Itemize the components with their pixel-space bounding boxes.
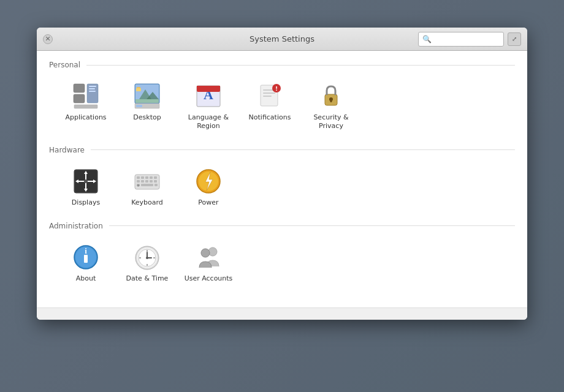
language-region-label: Language & Region: [184, 113, 233, 131]
about-icon: i: [71, 243, 101, 272]
section-hardware-header: Hardware: [49, 146, 515, 154]
svg-rect-47: [150, 180, 153, 183]
svg-rect-23: [263, 96, 272, 97]
svg-rect-15: [136, 88, 141, 91]
svg-rect-42: [150, 176, 153, 179]
modal-overlay: ✕ System Settings 🔍 ⤢ Personal: [0, 0, 564, 392]
svg-text:i: i: [85, 246, 87, 255]
section-hardware: Hardware: [49, 146, 515, 212]
section-line: [86, 65, 515, 66]
svg-rect-22: [263, 92, 275, 94]
section-personal-title: Personal: [49, 61, 80, 69]
svg-rect-11: [135, 99, 159, 103]
applications-label: Applications: [65, 113, 106, 122]
date-time-icon: [132, 243, 162, 272]
expand-icon: ⤢: [512, 36, 517, 42]
user-accounts-item[interactable]: User Accounts: [178, 238, 239, 288]
settings-window: ✕ System Settings 🔍 ⤢ Personal: [37, 28, 527, 320]
search-icon: 🔍: [422, 35, 432, 43]
about-label: About: [76, 274, 96, 283]
svg-rect-28: [330, 99, 332, 102]
section-admin-line: [109, 225, 515, 226]
applications-icon: [71, 81, 101, 111]
security-privacy-label: Security & Privacy: [307, 113, 356, 131]
keyboard-icon: @: [132, 167, 162, 196]
about-item[interactable]: i About: [55, 238, 116, 288]
date-time-label: Date & Time: [126, 274, 169, 283]
desktop-label: Desktop: [133, 113, 161, 122]
svg-rect-4: [89, 86, 96, 87]
svg-rect-51: [141, 184, 153, 186]
power-label: Power: [198, 198, 218, 207]
administration-grid: i About: [49, 238, 515, 288]
power-item[interactable]: Power: [178, 162, 239, 212]
keyboard-label: Keyboard: [131, 198, 163, 207]
svg-rect-6: [89, 91, 96, 92]
displays-label: Displays: [72, 198, 100, 207]
user-accounts-icon: [194, 243, 223, 272]
svg-rect-13: [136, 105, 142, 107]
svg-point-72: [201, 249, 210, 257]
svg-rect-43: [154, 176, 157, 179]
svg-rect-48: [154, 180, 157, 183]
search-input[interactable]: [434, 35, 500, 43]
svg-rect-19: [197, 86, 220, 89]
svg-rect-1: [74, 94, 85, 103]
bottom-bar: [37, 307, 527, 320]
displays-item[interactable]: Displays: [55, 162, 116, 212]
language-region-icon: A: [194, 81, 223, 111]
power-icon: [194, 167, 223, 196]
security-privacy-item[interactable]: Security & Privacy: [300, 77, 362, 136]
search-box[interactable]: 🔍: [418, 32, 504, 47]
date-time-item[interactable]: Date & Time: [116, 238, 178, 288]
window-title: System Settings: [250, 34, 314, 43]
desktop-item[interactable]: Desktop: [116, 77, 178, 136]
title-bar: ✕ System Settings 🔍 ⤢: [37, 28, 527, 51]
svg-text:!: !: [275, 86, 278, 92]
svg-rect-52: [154, 184, 158, 186]
svg-text:@: @: [137, 184, 140, 187]
svg-point-70: [146, 257, 148, 259]
language-region-item[interactable]: A Language & Region: [178, 77, 239, 136]
displays-icon: [71, 167, 101, 196]
user-accounts-label: User Accounts: [185, 274, 233, 283]
keyboard-item[interactable]: @ Keyboard: [116, 162, 178, 212]
section-personal-header: Personal: [49, 61, 515, 69]
svg-rect-40: [141, 176, 144, 179]
svg-rect-5: [89, 88, 95, 89]
svg-rect-45: [141, 180, 144, 183]
security-privacy-icon: [316, 81, 346, 111]
title-bar-right: 🔍 ⤢: [418, 32, 521, 47]
hardware-grid: Displays: [49, 162, 515, 212]
section-administration-title: Administration: [49, 222, 103, 230]
section-administration: Administration i: [49, 222, 515, 288]
svg-rect-41: [145, 176, 148, 179]
svg-point-37: [84, 179, 88, 183]
svg-rect-39: [137, 176, 140, 179]
section-hardware-title: Hardware: [49, 146, 85, 154]
section-administration-header: Administration: [49, 222, 515, 230]
notifications-icon: !: [255, 81, 284, 111]
section-hardware-line: [91, 149, 515, 150]
svg-rect-60: [84, 255, 88, 257]
svg-rect-46: [145, 180, 148, 183]
settings-content: Personal: [37, 51, 527, 307]
svg-rect-0: [74, 84, 85, 92]
close-button[interactable]: ✕: [43, 34, 53, 44]
svg-rect-3: [74, 105, 97, 108]
personal-grid: Applications: [49, 77, 515, 136]
applications-item[interactable]: Applications: [55, 77, 116, 136]
section-personal: Personal: [49, 61, 515, 136]
expand-button[interactable]: ⤢: [508, 32, 521, 46]
notifications-label: Notifications: [249, 113, 291, 122]
notifications-item[interactable]: ! Notifications: [239, 77, 300, 136]
svg-rect-44: [137, 180, 140, 183]
desktop-icon: [132, 81, 162, 111]
